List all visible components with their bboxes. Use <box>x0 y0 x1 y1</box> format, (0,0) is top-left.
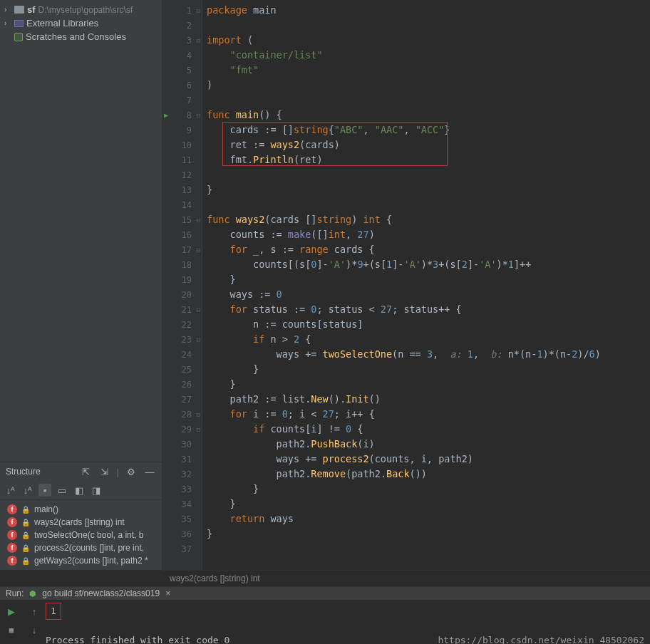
code-line[interactable] <box>207 18 646 33</box>
gear-icon[interactable]: ⚙ <box>125 465 138 478</box>
fold-minus-icon[interactable]: ⊟ <box>197 426 200 433</box>
fold-minus-icon[interactable]: ⊟ <box>197 411 200 418</box>
gutter-line[interactable]: 7 <box>162 93 202 108</box>
breadcrumb-bar[interactable]: ways2(cards []string) int <box>162 570 650 586</box>
code-line[interactable]: ) <box>207 78 646 93</box>
gutter-line[interactable]: 10 <box>162 137 202 152</box>
gutter-line[interactable]: 13 <box>162 182 202 197</box>
gutter-line[interactable]: 28⊟ <box>162 407 202 422</box>
code-line[interactable]: ways += process2(counts, i, path2) <box>207 452 646 467</box>
chevron-right-icon[interactable]: › <box>4 6 11 14</box>
up-icon[interactable]: ↑ <box>27 604 41 618</box>
tree-external-libs[interactable]: › External Libraries <box>0 16 162 30</box>
code-line[interactable]: ret := ways2(cards) <box>207 137 646 152</box>
code-line[interactable]: ways := 0 <box>207 287 646 302</box>
code-line[interactable] <box>207 197 646 212</box>
fold-minus-icon[interactable]: ⊟ <box>197 217 200 224</box>
run-gutter-icon[interactable]: ▶ <box>164 111 168 119</box>
gutter-line[interactable]: 12 <box>162 167 202 182</box>
fold-minus-icon[interactable]: ⊟ <box>197 246 200 254</box>
code-line[interactable]: path2.PushBack(i) <box>207 437 646 452</box>
code-line[interactable]: path2 := list.New().Init() <box>207 392 646 407</box>
gutter-line[interactable]: 27 <box>162 392 202 407</box>
code-line[interactable]: for status := 0; status < 27; status++ { <box>207 302 646 317</box>
code-line[interactable]: } <box>207 362 646 377</box>
down-icon[interactable]: ↓ <box>27 623 41 637</box>
gutter-line[interactable]: 31 <box>162 452 202 467</box>
gutter-line[interactable]: 35 <box>162 511 202 526</box>
gutter-line[interactable]: 2 <box>162 18 202 33</box>
code-line[interactable]: } <box>207 272 646 287</box>
sort-visibility-icon[interactable]: ↓ᴬ <box>21 484 34 497</box>
gutter-line[interactable]: 18 <box>162 257 202 272</box>
gutter-line[interactable]: 5 <box>162 63 202 78</box>
gutter-line[interactable]: 20 <box>162 287 202 302</box>
code-line[interactable] <box>207 541 646 556</box>
tree-root[interactable]: › sf D:\mysetup\gopath\src\sf <box>0 3 162 16</box>
gutter-line[interactable]: 4 <box>162 48 202 63</box>
code-line[interactable]: "container/list" <box>207 48 646 63</box>
collapse-all-icon[interactable]: ⇱ <box>80 465 93 478</box>
code-line[interactable]: cards := []string{"ABC", "AAC", "ACC"} <box>207 123 646 137</box>
gutter-line[interactable]: 37 <box>162 541 202 556</box>
code-line[interactable]: ways += twoSelectOne(n == 3, a: 1, b: n*… <box>207 347 646 362</box>
gutter-line[interactable]: 26 <box>162 377 202 392</box>
structure-item[interactable]: f🔒main() <box>0 503 162 516</box>
code-line[interactable]: } <box>207 526 646 541</box>
gutter-line[interactable]: 19 <box>162 272 202 287</box>
gutter-line[interactable]: 15⊟ <box>162 212 202 227</box>
gutter-line[interactable]: 9 <box>162 123 202 137</box>
gutter-line[interactable]: 34 <box>162 497 202 511</box>
code-line[interactable]: counts[(s[0]-'A')*9+(s[1]-'A')*3+(s[2]-'… <box>207 257 646 272</box>
sort-alpha-icon[interactable]: ↓ᴬ <box>4 484 17 497</box>
filter-icon[interactable]: ▪ <box>38 484 51 497</box>
structure-item[interactable]: f🔒getWays2(counts []int, path2 * <box>0 554 162 567</box>
code-line[interactable]: func ways2(cards []string) int { <box>207 212 646 227</box>
gutter-line[interactable]: 22 <box>162 317 202 332</box>
gutter-line[interactable]: 6 <box>162 78 202 93</box>
code-line[interactable]: package main <box>207 3 646 18</box>
code-area[interactable]: package mainimport ( "container/list" "f… <box>202 0 650 570</box>
gutter-line[interactable]: 16 <box>162 227 202 242</box>
gutter-line[interactable]: 32 <box>162 467 202 482</box>
code-line[interactable]: if counts[i] != 0 { <box>207 422 646 437</box>
gutter-line[interactable]: 3⊟ <box>162 33 202 48</box>
gutter-line[interactable]: 29⊟ <box>162 422 202 437</box>
gutter-line[interactable]: 8▶⊟ <box>162 108 202 123</box>
fold-minus-icon[interactable]: ⊟ <box>197 112 200 119</box>
gutter-line[interactable]: 36 <box>162 526 202 541</box>
chevron-right-icon[interactable]: › <box>4 19 11 27</box>
code-line[interactable]: } <box>207 482 646 497</box>
fold-minus-icon[interactable]: ⊟ <box>197 37 200 44</box>
code-line[interactable] <box>207 93 646 108</box>
rerun-icon[interactable]: ▶ <box>4 604 19 618</box>
gutter-line[interactable]: 24 <box>162 347 202 362</box>
view-icon-1[interactable]: ▭ <box>56 484 68 497</box>
code-line[interactable]: counts := make([]int, 27) <box>207 227 646 242</box>
structure-item[interactable]: f🔒twoSelectOne(c bool, a int, b <box>0 529 162 541</box>
hide-icon[interactable]: — <box>143 465 156 478</box>
code-line[interactable]: } <box>207 182 646 197</box>
stop-icon[interactable]: ■ <box>4 623 19 637</box>
code-line[interactable]: n := counts[status] <box>207 317 646 332</box>
gutter-line[interactable]: 23⊟ <box>162 332 202 347</box>
structure-item[interactable]: f🔒process2(counts []int, pre int, <box>0 541 162 554</box>
view-icon-3[interactable]: ◨ <box>90 484 103 497</box>
gutter-line[interactable]: 11 <box>162 152 202 167</box>
gutter-line[interactable]: 21⊟ <box>162 302 202 317</box>
gutter-line[interactable]: 14 <box>162 197 202 212</box>
close-tab-icon[interactable]: × <box>165 588 170 598</box>
code-line[interactable]: fmt.Println(ret) <box>207 152 646 167</box>
code-line[interactable]: } <box>207 497 646 511</box>
code-line[interactable]: } <box>207 377 646 392</box>
gutter-line[interactable]: 25 <box>162 362 202 377</box>
code-line[interactable]: func main() { <box>207 108 646 123</box>
gutter-line[interactable]: 17⊟ <box>162 242 202 257</box>
code-line[interactable]: for i := 0; i < 27; i++ { <box>207 407 646 422</box>
code-line[interactable] <box>207 167 646 182</box>
fold-minus-icon[interactable]: ⊟ <box>197 336 200 343</box>
code-line[interactable]: if n > 2 { <box>207 332 646 347</box>
structure-item[interactable]: f🔒ways2(cards []string) int <box>0 516 162 529</box>
fold-minus-icon[interactable]: ⊟ <box>197 306 200 313</box>
gutter-line[interactable]: 1⊟ <box>162 3 202 18</box>
